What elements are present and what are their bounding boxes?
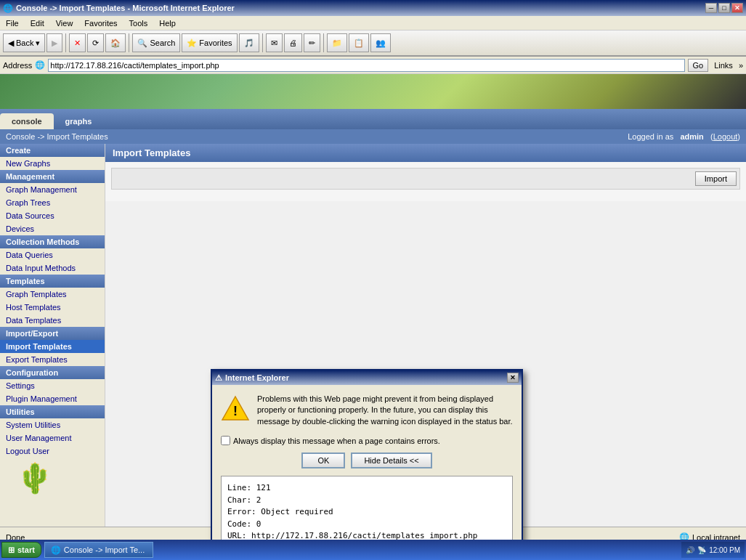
sidebar-item-host-templates[interactable]: Host Templates <box>0 301 105 314</box>
sidebar-header-create: Create <box>0 144 105 157</box>
home-icon: 🏠 <box>110 38 121 48</box>
ie-icon: 🌐 <box>3 4 13 13</box>
folder-button[interactable]: 📁 <box>327 33 347 52</box>
sidebar-item-data-sources[interactable]: Data Sources <box>0 209 105 222</box>
ie-dialog-checkbox-label: Always display this message when a page … <box>233 437 440 445</box>
sidebar-header-templates: Templates <box>0 275 105 288</box>
cacti-logo: 🌵 <box>6 453 64 503</box>
print-button[interactable]: 🖨 <box>284 33 302 52</box>
ie-dialog-message: Problems with this Web page might preven… <box>257 394 513 427</box>
tray-icon-2: 📡 <box>697 546 706 554</box>
ie-dialog-checkbox[interactable] <box>221 436 230 445</box>
ie-dialog-ok-button[interactable]: OK <box>301 453 345 468</box>
content-body: Import <box>105 162 746 201</box>
ie-dialog-checkbox-row: Always display this message when a page … <box>221 436 513 445</box>
sidebar-item-import-templates[interactable]: Import Templates <box>0 340 105 353</box>
sidebar-item-data-templates[interactable]: Data Templates <box>0 314 105 327</box>
sidebar-item-data-queries[interactable]: Data Queries <box>0 248 105 261</box>
sidebar-item-system-utilities[interactable]: System Utilities <box>0 418 105 431</box>
search-button[interactable]: 🔍 Search <box>132 33 180 52</box>
go-button[interactable]: Go <box>688 59 709 72</box>
tab-console[interactable]: console <box>0 113 54 129</box>
history-icon: 📋 <box>354 38 364 48</box>
sidebar-item-graph-management[interactable]: Graph Management <box>0 183 105 196</box>
import-button[interactable]: Import <box>695 171 737 186</box>
tab-graphs[interactable]: graphs <box>54 113 104 129</box>
logout-link[interactable]: Logout <box>713 132 738 141</box>
home-button[interactable]: 🏠 <box>105 33 126 52</box>
sidebar-item-plugin-management[interactable]: Plugin Management <box>0 392 105 405</box>
toolbar: ◀ Back ▾ ▶ ✕ ⟳ 🏠 🔍 Search ⭐ Favorites 🎵 … <box>0 31 746 57</box>
stop-icon: ✕ <box>74 38 81 48</box>
login-info: Logged in as admin (Logout) <box>628 132 740 141</box>
ie-dialog-content: ! Problems with this Web page might prev… <box>212 385 522 560</box>
breadcrumb-text: Console -> Import Templates <box>6 132 108 141</box>
ie-dialog-top: ! Problems with this Web page might prev… <box>221 394 513 427</box>
sidebar-item-new-graphs[interactable]: New Graphs <box>0 157 105 170</box>
menubar: File Edit View Favorites Tools Help <box>0 16 746 31</box>
taskbar-window-icon: 🌐 <box>51 545 61 555</box>
svg-text:!: ! <box>233 404 238 418</box>
content-header: Import Templates <box>105 144 746 162</box>
ie-detail-code: Code: 0 <box>227 519 506 531</box>
minimize-button[interactable]: ─ <box>705 3 717 13</box>
forward-button[interactable]: ▶ <box>46 33 62 52</box>
search-label: Search <box>150 38 175 47</box>
edit-button[interactable]: ✏ <box>304 33 320 52</box>
menu-help[interactable]: Help <box>156 17 179 29</box>
menu-tools[interactable]: Tools <box>126 17 151 29</box>
ie-dialog-titlebar: ⚠ Internet Explorer ✕ <box>212 370 522 385</box>
close-button[interactable]: ✕ <box>731 3 743 13</box>
folder-icon: 📁 <box>332 38 342 48</box>
start-label: start <box>17 545 35 554</box>
sidebar-item-devices[interactable]: Devices <box>0 222 105 235</box>
address-input[interactable] <box>48 59 684 72</box>
ie-dialog-title: Internet Explorer <box>225 373 289 382</box>
sidebar-item-graph-templates[interactable]: Graph Templates <box>0 288 105 301</box>
menu-file[interactable]: File <box>3 17 22 29</box>
taskbar-window-console[interactable]: 🌐 Console -> Import Te... <box>44 542 153 558</box>
favorites-button[interactable]: ⭐ Favorites <box>182 33 237 52</box>
sidebar-item-export-templates[interactable]: Export Templates <box>0 353 105 366</box>
refresh-button[interactable]: ⟳ <box>87 33 104 52</box>
address-label: Address <box>3 61 32 70</box>
links-btn[interactable]: Links <box>711 60 736 70</box>
import-row: Import <box>111 168 740 190</box>
media-button[interactable]: 🎵 <box>239 33 259 52</box>
ie-dialog-hide-details-button[interactable]: Hide Details << <box>351 453 431 468</box>
menu-edit[interactable]: Edit <box>28 17 47 29</box>
menu-view[interactable]: View <box>53 17 76 29</box>
history-button[interactable]: 📋 <box>349 33 369 52</box>
favorites-label: Favorites <box>199 38 232 47</box>
sidebar-header-collection-methods: Collection Methods <box>0 235 105 248</box>
mail-icon: ✉ <box>271 38 277 48</box>
breadcrumb-bar: Console -> Import Templates Logged in as… <box>0 129 746 144</box>
titlebar: 🌐 Console -> Import Templates - Microsof… <box>0 0 746 16</box>
ie-dialog-buttons: OK Hide Details << <box>221 453 513 468</box>
sidebar-item-graph-trees[interactable]: Graph Trees <box>0 196 105 209</box>
tray-time: 12:00 PM <box>709 546 740 554</box>
back-icon: ◀ <box>8 38 14 48</box>
maximize-button[interactable]: □ <box>718 3 730 13</box>
address-icon: 🌐 <box>35 60 45 70</box>
stop-button[interactable]: ✕ <box>69 33 86 52</box>
sidebar-header-import-export: Import/Export <box>0 327 105 340</box>
sidebar-item-data-input-methods[interactable]: Data Input Methods <box>0 261 105 275</box>
sidebar-item-settings[interactable]: Settings <box>0 379 105 392</box>
tray-icon-1: 🔊 <box>686 546 694 554</box>
messenger-button[interactable]: 👥 <box>370 33 391 52</box>
refresh-icon: ⟳ <box>92 38 99 48</box>
windows-icon: ⊞ <box>8 545 15 555</box>
tab-bar: console graphs <box>0 109 746 129</box>
start-button[interactable]: ⊞ start <box>1 542 41 558</box>
ie-dialog-close-button[interactable]: ✕ <box>507 373 519 383</box>
mail-button[interactable]: ✉ <box>266 33 283 52</box>
sidebar-item-user-management[interactable]: User Management <box>0 431 105 445</box>
logged-in-label: Logged in as <box>628 132 673 141</box>
ie-detail-error: Error: Object required <box>227 506 506 519</box>
back-button[interactable]: ◀ Back ▾ <box>3 33 45 52</box>
toolbar-separator-1 <box>65 33 66 52</box>
sidebar-header-management: Management <box>0 170 105 183</box>
toolbar-separator-2 <box>129 33 129 52</box>
menu-favorites[interactable]: Favorites <box>81 17 120 29</box>
